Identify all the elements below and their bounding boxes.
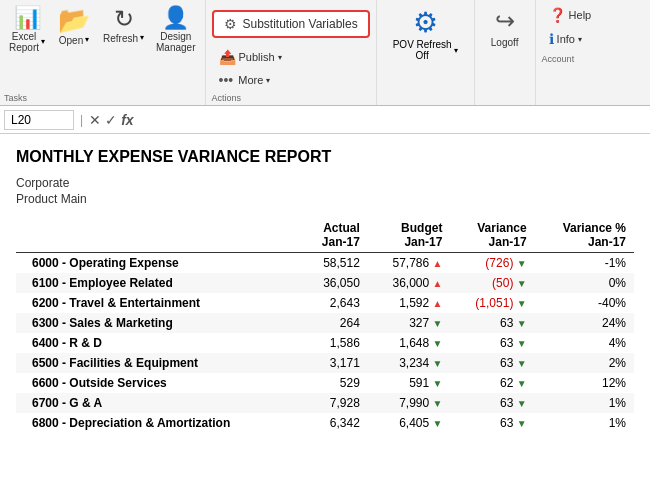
tasks-group: 📊 Excel Report ▾ 📂 Open ▾ ↻ Refresh <box>0 0 206 105</box>
publish-button[interactable]: 📤 Publish ▾ <box>212 46 289 68</box>
budget-value: 57,786 ▲ <box>368 253 451 274</box>
substitution-variables-icon: ⚙ <box>224 16 237 32</box>
design-manager-button[interactable]: 👤 Design Manager <box>151 4 200 56</box>
publish-arrow: ▾ <box>278 53 282 62</box>
more-button[interactable]: ••• More ▾ <box>212 69 289 91</box>
fx-button[interactable]: fx <box>121 112 133 128</box>
budget-value: 327 ▼ <box>368 313 451 333</box>
cancel-button[interactable]: ✕ <box>89 112 101 128</box>
report-meta-product: Product Main <box>16 192 634 206</box>
variance-value: (50) ▼ <box>450 273 534 293</box>
variance-pct-value: 1% <box>535 413 634 433</box>
formula-bar: | ✕ ✓ fx <box>0 106 650 134</box>
cell-reference-input[interactable] <box>4 110 74 130</box>
pov-arrow: ▾ <box>454 46 458 55</box>
variance-down-arrow: ▼ <box>517 358 527 369</box>
budget-value: 7,990 ▼ <box>368 393 451 413</box>
excel-report-button[interactable]: 📊 Excel Report ▾ <box>4 4 50 56</box>
row-label: 6600 - Outside Services <box>16 373 300 393</box>
row-label: 6000 - Operating Expense <box>16 253 300 274</box>
variance-pct-value: 2% <box>535 353 634 373</box>
budget-down-arrow: ▼ <box>433 398 443 409</box>
actions-group: ⚙ Substitution Variables 📤 Publish ▾ •••… <box>206 0 377 105</box>
table-row: 6800 - Depreciation & Amortization 6,342… <box>16 413 634 433</box>
design-manager-label: Design Manager <box>156 31 195 53</box>
info-label: Info <box>557 33 575 45</box>
budget-up-arrow: ▲ <box>433 298 443 309</box>
formula-divider: | <box>78 113 85 127</box>
variance-pct-value: 12% <box>535 373 634 393</box>
pov-refresh-label: POV RefreshOff <box>393 39 452 61</box>
variance-pct-value: 0% <box>535 273 634 293</box>
budget-down-arrow: ▼ <box>433 338 443 349</box>
variance-down-arrow: ▼ <box>517 258 527 269</box>
info-button[interactable]: ℹ Info ▾ <box>542 28 589 50</box>
help-button[interactable]: ❓ Help <box>542 4 599 26</box>
variance-value: 63 ▼ <box>450 393 534 413</box>
budget-value: 1,592 ▲ <box>368 293 451 313</box>
variance-pct-value: 1% <box>535 393 634 413</box>
confirm-button[interactable]: ✓ <box>105 112 117 128</box>
account-group: ❓ Help ℹ Info ▾ Account <box>536 0 605 105</box>
refresh-icon: ↻ <box>114 7 134 31</box>
actual-value: 58,512 <box>300 253 368 274</box>
budget-value: 6,405 ▼ <box>368 413 451 433</box>
table-row: 6000 - Operating Expense 58,512 57,786 ▲… <box>16 253 634 274</box>
help-icon: ❓ <box>549 7 566 23</box>
logoff-button[interactable]: ↪ Logoff <box>483 4 527 51</box>
more-arrow: ▾ <box>266 76 270 85</box>
table-row: 6700 - G & A 7,928 7,990 ▼ 63 ▼ 1% <box>16 393 634 413</box>
more-label: More <box>238 74 263 86</box>
publish-icon: 📤 <box>219 49 236 65</box>
col-header-variance: Variance Jan-17 <box>450 218 534 253</box>
budget-down-arrow: ▼ <box>433 318 443 329</box>
tasks-section-label: Tasks <box>4 91 27 103</box>
help-label: Help <box>569 9 592 21</box>
actual-value: 264 <box>300 313 368 333</box>
pov-icon: ⚙ <box>413 6 438 39</box>
logoff-icon: ↪ <box>495 7 515 35</box>
actual-value: 2,643 <box>300 293 368 313</box>
logoff-label: Logoff <box>491 37 519 48</box>
row-label: 6800 - Depreciation & Amortization <box>16 413 300 433</box>
substitution-variables-button[interactable]: ⚙ Substitution Variables <box>212 10 370 38</box>
variance-pct-value: 24% <box>535 313 634 333</box>
variance-value: 63 ▼ <box>450 333 534 353</box>
ribbon: 📊 Excel Report ▾ 📂 Open ▾ ↻ Refresh <box>0 0 650 106</box>
open-icon: 📂 <box>58 7 90 33</box>
more-icon: ••• <box>219 72 234 88</box>
budget-down-arrow: ▼ <box>433 378 443 389</box>
table-row: 6300 - Sales & Marketing 264 327 ▼ 63 ▼ … <box>16 313 634 333</box>
budget-down-arrow: ▼ <box>433 358 443 369</box>
budget-down-arrow: ▼ <box>433 418 443 429</box>
budget-up-arrow: ▲ <box>433 278 443 289</box>
variance-pct-value: -40% <box>535 293 634 313</box>
formula-input[interactable] <box>138 110 646 130</box>
variance-value: 63 ▼ <box>450 353 534 373</box>
excel-icon: 📊 <box>14 7 41 29</box>
actual-value: 36,050 <box>300 273 368 293</box>
variance-down-arrow: ▼ <box>517 298 527 309</box>
actions-section-label: Actions <box>212 91 242 103</box>
budget-value: 1,648 ▼ <box>368 333 451 353</box>
col-header-budget: Budget Jan-17 <box>368 218 451 253</box>
report-table: Actual Jan-17 Budget Jan-17 Variance Jan… <box>16 218 634 433</box>
variance-pct-value: -1% <box>535 253 634 274</box>
row-label: 6100 - Employee Related <box>16 273 300 293</box>
open-button[interactable]: 📂 Open ▾ <box>52 4 96 49</box>
open-arrow: ▾ <box>85 35 89 44</box>
substitution-variables-label: Substitution Variables <box>243 17 358 31</box>
budget-value: 3,234 ▼ <box>368 353 451 373</box>
excel-report-arrow: ▾ <box>41 37 45 46</box>
budget-value: 591 ▼ <box>368 373 451 393</box>
variance-pct-value: 4% <box>535 333 634 353</box>
pov-refresh-button[interactable]: ⚙ POV RefreshOff ▾ <box>387 4 464 63</box>
publish-label: Publish <box>239 51 275 63</box>
actual-value: 7,928 <box>300 393 368 413</box>
variance-down-arrow: ▼ <box>517 318 527 329</box>
row-label: 6200 - Travel & Entertainment <box>16 293 300 313</box>
refresh-arrow: ▾ <box>140 33 144 42</box>
variance-value: (1,051) ▼ <box>450 293 534 313</box>
refresh-button[interactable]: ↻ Refresh ▾ <box>98 4 149 47</box>
variance-down-arrow: ▼ <box>517 398 527 409</box>
